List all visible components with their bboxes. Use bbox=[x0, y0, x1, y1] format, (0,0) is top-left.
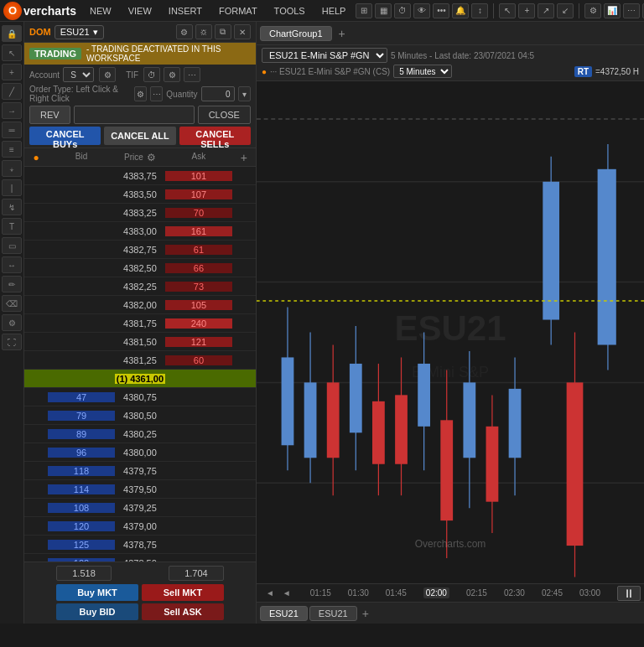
bottom-tab-esu21-1[interactable]: ESU21 bbox=[260, 606, 308, 621]
chart-timeframe-select[interactable]: 5 Minutes bbox=[393, 65, 452, 78]
chart-header-row1: ESU21 E-Mini S&P #GN 5 Minutes - Last da… bbox=[262, 48, 639, 63]
chart-body[interactable]: ESU21 E-Mini S&P bbox=[257, 81, 644, 583]
tool-bar[interactable]: | bbox=[2, 179, 22, 196]
dom-bell-btn[interactable]: ⛭ bbox=[195, 24, 212, 39]
dom-row-ask-0[interactable]: 4383,75 101 bbox=[24, 167, 256, 185]
chart-instrument-select[interactable]: ESU21 E-Mini S&P #GN bbox=[262, 48, 387, 63]
toolbar-btn-draw[interactable]: ↗ bbox=[538, 3, 554, 18]
tool-expand[interactable]: ⛶ bbox=[2, 334, 22, 350]
nav-back-icon[interactable]: ◄ bbox=[263, 587, 277, 598]
tool-ray[interactable]: → bbox=[2, 102, 22, 119]
dom-row-ask-8[interactable]: 4381,75 240 bbox=[24, 314, 256, 333]
dom-settings-btn[interactable]: ⚙ bbox=[176, 24, 193, 39]
dom-row-ask-6[interactable]: 4382,25 73 bbox=[24, 277, 256, 296]
account-settings-btn[interactable]: ⚙ bbox=[99, 67, 116, 82]
menu-help[interactable]: HELP bbox=[319, 4, 350, 18]
tool-pointer[interactable]: ↖ bbox=[2, 44, 22, 61]
price-input[interactable] bbox=[74, 106, 195, 124]
ask-cell: 105 bbox=[165, 300, 232, 310]
dom-row-bid-3[interactable]: 96 4380,00 bbox=[24, 443, 256, 462]
toolbar-btn-chart[interactable]: 📊 bbox=[604, 3, 621, 18]
tool-pencil[interactable]: ✏ bbox=[2, 276, 22, 292]
dom-row-ask-3[interactable]: 4383,00 161 bbox=[24, 222, 256, 241]
tool-settings[interactable]: ⚙ bbox=[2, 314, 22, 331]
dom-row-ask-9[interactable]: 4381,50 121 bbox=[24, 333, 256, 351]
menu-new[interactable]: NEW bbox=[86, 4, 115, 18]
dom-row-bid-8[interactable]: 125 4378,75 bbox=[24, 536, 256, 554]
tool-fork[interactable]: ⍖ bbox=[2, 160, 22, 177]
dom-row-ask-2[interactable]: 4383,25 70 bbox=[24, 204, 256, 222]
dom-row-bid-5[interactable]: 114 4379,50 bbox=[24, 480, 256, 499]
toolbar-btn-cursor[interactable]: ↖ bbox=[499, 3, 516, 18]
tool-text[interactable]: T bbox=[2, 218, 22, 235]
cancel-all-button[interactable]: CANCEL ALL bbox=[104, 127, 175, 145]
close-button[interactable]: CLOSE bbox=[198, 106, 251, 124]
toolbar-btn-draw2[interactable]: ↙ bbox=[557, 3, 574, 18]
chart-tab-group1[interactable]: ChartGroup1 bbox=[260, 26, 332, 41]
toolbar-btn-gear[interactable]: ⚙ bbox=[584, 3, 601, 18]
tool-line[interactable]: ╱ bbox=[2, 83, 22, 100]
price-settings-icon[interactable]: ⚙ bbox=[147, 152, 156, 163]
nav-fwd-icon[interactable]: ◄ bbox=[280, 587, 293, 598]
menu-insert[interactable]: INSERT bbox=[165, 4, 205, 18]
tool-hline[interactable]: ═ bbox=[2, 122, 22, 138]
dom-row-ask-10[interactable]: 4381,25 60 bbox=[24, 351, 256, 370]
order-type-extra[interactable]: ⋯ bbox=[150, 86, 163, 101]
tool-channel[interactable]: ≡ bbox=[2, 141, 22, 158]
dom-row-ask-5[interactable]: 4382,50 66 bbox=[24, 259, 256, 277]
tool-lock[interactable]: 🔒 bbox=[2, 25, 22, 42]
tool-fib[interactable]: ↯ bbox=[2, 199, 22, 215]
dom-row-ask-4[interactable]: 4382,75 61 bbox=[24, 241, 256, 259]
sell-ask-button[interactable]: Sell ASK bbox=[142, 603, 224, 620]
account-select[interactable]: S bbox=[63, 67, 94, 82]
price-cell: 4382,00 bbox=[115, 300, 165, 310]
dom-row-bid-9[interactable]: 122 4378,50 bbox=[24, 554, 256, 562]
buy-mkt-button[interactable]: Buy MKT bbox=[56, 584, 138, 601]
add-bottom-tab-icon[interactable]: + bbox=[362, 607, 369, 620]
tif-settings-btn[interactable]: ⚙ bbox=[164, 67, 180, 82]
dom-row-current[interactable]: (1) 4361,00 bbox=[24, 370, 256, 388]
quantity-arrow[interactable]: ▾ bbox=[238, 86, 251, 101]
tool-eraser[interactable]: ⌫ bbox=[2, 295, 22, 312]
menu-tools[interactable]: TOOLS bbox=[271, 4, 309, 18]
toolbar-btn-4[interactable]: 👁 bbox=[413, 3, 430, 18]
dom-row-ask-7[interactable]: 4382,00 105 bbox=[24, 296, 256, 314]
dom-row-bid-4[interactable]: 118 4379,75 bbox=[24, 462, 256, 480]
dom-row-bid-7[interactable]: 120 4379,00 bbox=[24, 517, 256, 536]
sell-mkt-button[interactable]: Sell MKT bbox=[142, 584, 224, 601]
toolbar-btn-crosshair[interactable]: + bbox=[518, 3, 535, 18]
dom-row-ask-1[interactable]: 4383,50 107 bbox=[24, 185, 256, 204]
quantity-input[interactable] bbox=[201, 86, 235, 101]
cancel-sells-button[interactable]: CANCEL SELLs bbox=[179, 127, 251, 145]
dom-row-bid-1[interactable]: 79 4380,50 bbox=[24, 406, 256, 425]
toolbar-btn-7[interactable]: ↕ bbox=[471, 3, 488, 18]
tool-measure[interactable]: ↔ bbox=[2, 256, 22, 273]
toolbar-btn-more[interactable]: ⋯ bbox=[623, 3, 640, 18]
toolbar-btn-6[interactable]: 🔔 bbox=[452, 3, 469, 18]
cancel-buys-button[interactable]: CANCEL BUYs bbox=[29, 127, 101, 145]
dom-row-bid-0[interactable]: 47 4380,75 bbox=[24, 388, 256, 406]
tool-shape[interactable]: ▭ bbox=[2, 237, 22, 254]
pause-button[interactable]: ⏸ bbox=[617, 586, 641, 601]
menu-view[interactable]: VIEW bbox=[125, 4, 155, 18]
dom-row-bid-6[interactable]: 108 4379,25 bbox=[24, 499, 256, 517]
order-type-settings[interactable]: ⚙ bbox=[134, 86, 147, 101]
toolbar-btn-2[interactable]: ▦ bbox=[375, 3, 392, 18]
toolbar-btn-5[interactable]: ••• bbox=[433, 3, 449, 18]
action-row2: Buy BID Sell ASK bbox=[29, 603, 251, 620]
dom-float-btn[interactable]: ⧉ bbox=[215, 24, 231, 39]
toolbar-btn-1[interactable]: ⊞ bbox=[356, 3, 372, 18]
price-cell: 4380,50 bbox=[115, 411, 165, 421]
tif-extra-btn[interactable]: ⋯ bbox=[184, 67, 200, 82]
dom-row-bid-2[interactable]: 89 4380,25 bbox=[24, 425, 256, 443]
dom-add-header[interactable]: + bbox=[232, 151, 256, 164]
buy-bid-button[interactable]: Buy BID bbox=[56, 603, 138, 620]
tool-crosshair[interactable]: + bbox=[2, 64, 22, 80]
toolbar-btn-3[interactable]: ⏱ bbox=[394, 3, 411, 18]
add-chart-group-icon[interactable]: + bbox=[339, 27, 345, 40]
menu-format[interactable]: FORMAT bbox=[216, 4, 261, 18]
bottom-tab-esu21-2[interactable]: ESU21 bbox=[309, 606, 357, 621]
rev-button[interactable]: REV bbox=[29, 106, 70, 124]
dom-close-btn[interactable]: ✕ bbox=[234, 24, 251, 39]
dom-instrument-selector[interactable]: ESU21 ▾ bbox=[55, 25, 104, 39]
